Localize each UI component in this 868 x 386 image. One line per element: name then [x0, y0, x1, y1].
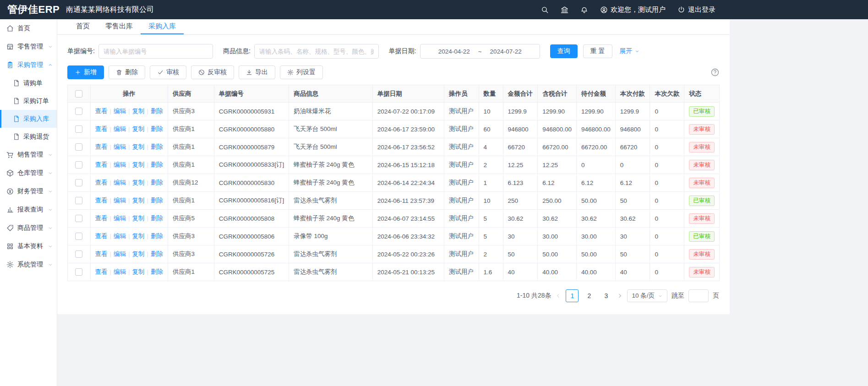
row-action-copy[interactable]: 复制 — [132, 143, 145, 150]
delete-button[interactable]: 删除 — [109, 65, 145, 79]
sidebar-item-report[interactable]: 报表查询 — [0, 201, 57, 219]
row-action-view[interactable]: 查看 — [95, 250, 108, 257]
row-action-view[interactable]: 查看 — [95, 268, 108, 275]
row-action-delete[interactable]: 删除 — [151, 179, 163, 186]
next-page-button[interactable] — [617, 293, 623, 299]
row-action-edit[interactable]: 编辑 — [114, 233, 126, 239]
sidebar-item-finance[interactable]: 财务管理 — [0, 182, 57, 201]
audit-button[interactable]: 审核 — [150, 65, 186, 79]
tab-home[interactable]: 首页 — [68, 19, 98, 34]
row-action-view[interactable]: 查看 — [95, 215, 108, 222]
reset-button[interactable]: 重 置 — [583, 44, 612, 58]
row-action-copy[interactable]: 复制 — [132, 197, 145, 204]
row-checkbox[interactable] — [75, 125, 82, 133]
row-action-view[interactable]: 查看 — [95, 161, 108, 168]
row-action-copy[interactable]: 复制 — [132, 125, 145, 132]
prev-page-button[interactable] — [555, 293, 562, 299]
sidebar-item-purchase[interactable]: 采购管理 — [0, 56, 57, 74]
sidebar-item-purchase-return[interactable]: 采购退货 — [0, 128, 57, 146]
row-action-delete[interactable]: 删除 — [151, 215, 163, 222]
cell-supplier: 供应商5 — [168, 210, 214, 228]
page-jump-input[interactable] — [688, 289, 709, 302]
cell-actions: 查看|编辑|复制|删除 — [90, 174, 168, 192]
row-checkbox[interactable] — [75, 179, 82, 186]
row-action-edit[interactable]: 编辑 — [114, 125, 126, 132]
row-action-delete[interactable]: 删除 — [151, 143, 163, 150]
row-action-delete[interactable]: 删除 — [151, 161, 163, 168]
row-action-view[interactable]: 查看 — [95, 143, 108, 150]
row-action-edit[interactable]: 编辑 — [114, 161, 126, 168]
page-size-select[interactable]: 10 条/页 — [627, 289, 667, 302]
row-action-copy[interactable]: 复制 — [132, 268, 145, 275]
app-logo[interactable]: 管伊佳ERP — [7, 3, 60, 16]
page-button-1[interactable]: 1 — [566, 289, 579, 302]
code-input[interactable] — [98, 44, 213, 59]
row-checkbox[interactable] — [75, 250, 82, 258]
row-checkbox[interactable] — [75, 233, 82, 240]
toolbar: 新增删除审核反审核导出列设置 — [67, 65, 720, 79]
row-action-copy[interactable]: 复制 — [132, 233, 145, 239]
row-action-delete[interactable]: 删除 — [151, 125, 163, 132]
row-action-delete[interactable]: 删除 — [151, 197, 163, 204]
sidebar-item-sales[interactable]: 销售管理 — [0, 146, 57, 164]
page-button-2[interactable]: 2 — [583, 289, 595, 302]
sidebar-item-purchase-request[interactable]: 请购单 — [0, 74, 57, 92]
search-button[interactable]: 查询 — [550, 44, 578, 58]
header-notifications-button[interactable] — [580, 6, 588, 14]
sidebar-item-goods[interactable]: 商品管理 — [0, 219, 57, 237]
sidebar-item-purchase-inbound[interactable]: 采购入库 — [0, 110, 57, 128]
unaudit-button[interactable]: 反审核 — [191, 65, 234, 79]
row-checkbox[interactable] — [75, 108, 82, 115]
row-checkbox[interactable] — [75, 215, 82, 222]
row-action-edit[interactable]: 编辑 — [114, 108, 126, 114]
sidebar-item-system[interactable]: 系统管理 — [0, 256, 57, 274]
add-button[interactable]: 新增 — [67, 65, 104, 79]
row-action-view[interactable]: 查看 — [95, 197, 108, 204]
sidebar-item-retail[interactable]: 零售管理 — [0, 38, 57, 56]
row-action-edit[interactable]: 编辑 — [114, 215, 126, 222]
cell-payable: 30.62 — [577, 210, 616, 228]
sidebar-item-home[interactable]: 首页 — [0, 19, 57, 38]
row-action-view[interactable]: 查看 — [95, 233, 108, 239]
row-action-copy[interactable]: 复制 — [132, 215, 145, 222]
header-site-button[interactable] — [561, 6, 568, 14]
row-checkbox[interactable] — [75, 197, 82, 204]
columns-button[interactable]: 列设置 — [280, 65, 323, 79]
row-action-edit[interactable]: 编辑 — [114, 179, 126, 186]
tab-purchase-inbound[interactable]: 采购入库 — [141, 19, 184, 34]
row-action-delete[interactable]: 删除 — [151, 233, 163, 239]
row-action-delete[interactable]: 删除 — [151, 268, 163, 275]
row-checkbox[interactable] — [75, 268, 82, 276]
row-action-edit[interactable]: 编辑 — [114, 268, 126, 275]
row-action-view[interactable]: 查看 — [95, 125, 108, 132]
row-action-copy[interactable]: 复制 — [132, 161, 145, 168]
expand-link[interactable]: 展开 — [620, 47, 640, 55]
row-action-delete[interactable]: 删除 — [151, 250, 163, 257]
export-button[interactable]: 导出 — [239, 65, 275, 79]
select-all-checkbox[interactable] — [75, 90, 82, 98]
row-action-copy[interactable]: 复制 — [132, 108, 145, 114]
page-button-3[interactable]: 3 — [600, 289, 612, 302]
sidebar-item-purchase-order[interactable]: 采购订单 — [0, 92, 57, 110]
app-layout: 首页零售管理采购管理请购单采购订单采购入库采购退货销售管理仓库管理财务管理报表查… — [0, 19, 868, 386]
date-range-picker[interactable]: 2024-04-22 ~ 2024-07-22 — [420, 44, 540, 59]
row-checkbox[interactable] — [75, 143, 82, 151]
row-action-delete[interactable]: 删除 — [151, 108, 163, 114]
product-input[interactable] — [254, 44, 379, 59]
row-action-view[interactable]: 查看 — [95, 108, 108, 114]
logout-button[interactable]: 退出登录 — [677, 5, 715, 14]
row-action-edit[interactable]: 编辑 — [114, 143, 126, 150]
row-checkbox[interactable] — [75, 161, 82, 169]
cell-amount: 946800 — [503, 120, 538, 138]
tab-retail-outbound[interactable]: 零售出库 — [98, 19, 141, 34]
row-action-view[interactable]: 查看 — [95, 179, 108, 186]
sidebar-item-warehouse[interactable]: 仓库管理 — [0, 164, 57, 182]
header-search-button[interactable] — [541, 6, 549, 14]
sidebar-item-basic[interactable]: 基本资料 — [0, 237, 57, 256]
row-action-edit[interactable]: 编辑 — [114, 250, 126, 257]
user-menu[interactable]: 欢迎您，测试用户 — [600, 5, 666, 14]
help-button[interactable] — [710, 68, 720, 77]
row-action-copy[interactable]: 复制 — [132, 179, 145, 186]
row-action-edit[interactable]: 编辑 — [114, 197, 126, 204]
row-action-copy[interactable]: 复制 — [132, 250, 145, 257]
